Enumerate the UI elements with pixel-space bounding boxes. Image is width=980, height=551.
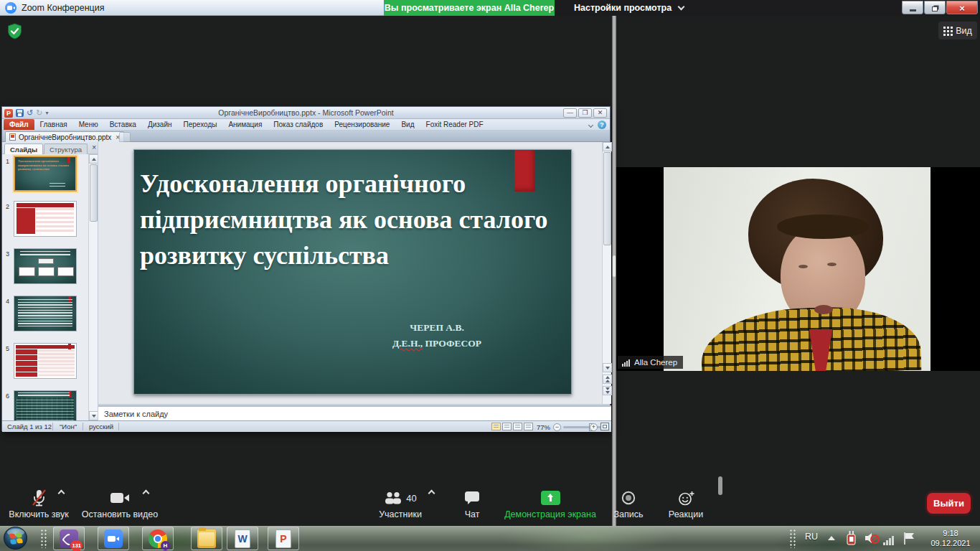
vertical-scrollbar[interactable] — [602, 142, 611, 404]
ribbon-tab-home[interactable]: Главная — [34, 119, 73, 130]
scroll-thumb[interactable] — [90, 164, 98, 222]
start-button[interactable] — [4, 527, 27, 550]
zoom-out-button[interactable]: − — [553, 423, 561, 431]
slide-canvas[interactable]: Удосконалення органічного підприємництва… — [133, 149, 572, 395]
participants-button[interactable]: 40 Участники — [370, 482, 430, 519]
taskbar-item-word[interactable]: W — [227, 527, 258, 550]
ribbon-collapse-icon[interactable] — [588, 123, 593, 128]
notes-pane[interactable]: Заметки к слайду — [98, 405, 611, 420]
scroll-down-button[interactable] — [603, 363, 612, 372]
scroll-up-button[interactable] — [89, 154, 98, 164]
next-slide-button[interactable] — [603, 386, 612, 395]
ppt-titlebar: ОрганічнеВиробництво.pptx - Microsoft Po… — [2, 107, 610, 119]
zoom-percent: 77% — [537, 423, 550, 431]
panel-tab-slides[interactable]: Слайды — [4, 143, 43, 154]
undo-icon[interactable]: ↺ — [27, 108, 33, 118]
scroll-thumb[interactable] — [603, 152, 611, 245]
record-button[interactable]: Запись — [604, 482, 653, 519]
taskbar-item-explorer[interactable] — [191, 527, 222, 550]
tray-power-icon[interactable] — [845, 530, 858, 546]
minimize-button[interactable] — [902, 1, 923, 14]
scroll-down-button[interactable] — [89, 411, 98, 420]
ribbon-tab-file[interactable]: Файл — [4, 119, 34, 130]
panel-close-button[interactable]: × — [92, 143, 96, 151]
ribbon-tab-slideshow[interactable]: Показ слайдов — [268, 119, 329, 130]
ppt-status-bar: Слайд 1 из 12 "Ион" русский 77% − + — [2, 420, 611, 432]
taskbar-grip[interactable] — [40, 529, 47, 548]
camera-icon — [110, 488, 130, 508]
status-theme[interactable]: "Ион" — [60, 423, 77, 430]
taskbar-item-zoom[interactable] — [98, 527, 129, 550]
viber-icon: 131 — [60, 529, 78, 548]
slide-title[interactable]: Удосконалення органічного підприємництва… — [140, 166, 555, 273]
view-normal-button[interactable] — [491, 423, 501, 430]
zoom-meeting-window: Zoom Конференция Вы просматриваете экран… — [0, 0, 980, 551]
security-shield-icon[interactable] — [7, 23, 22, 39]
chat-button[interactable]: Чат — [455, 482, 489, 519]
panel-tab-bar: Слайды Структура × — [2, 142, 98, 154]
maximize-button[interactable] — [924, 1, 946, 14]
panel-tab-outline[interactable]: Структура — [44, 143, 88, 154]
taskbar-item-chrome[interactable]: H — [142, 527, 174, 550]
tray-date: 09.12.2021 — [924, 538, 977, 548]
mute-button[interactable]: Включить звук — [6, 482, 72, 519]
zoom-in-button[interactable]: + — [590, 423, 598, 431]
slide-author[interactable]: ЧЕРЕП А.В. Д.Е.Н., ПРОФЕСОР — [372, 320, 501, 352]
view-reading-button[interactable] — [513, 423, 522, 430]
mic-muted-icon — [30, 488, 47, 508]
slide-thumbnail-6[interactable] — [14, 390, 77, 420]
slide-thumbnail-1[interactable]: Удосконалення органічного підприємництва… — [14, 156, 77, 192]
ppt-maximize-button[interactable]: ❐ — [578, 108, 592, 118]
reactions-button[interactable]: Реакции — [659, 482, 713, 519]
slide-thumbnail-4[interactable] — [14, 296, 77, 331]
status-language[interactable]: русский — [89, 423, 113, 430]
taskbar-item-viber[interactable]: 131 — [53, 527, 85, 550]
ppt-minimize-button[interactable]: — — [563, 108, 577, 118]
splitter-handle[interactable] — [613, 255, 616, 277]
ribbon-tab-view[interactable]: Вид — [395, 119, 420, 130]
leave-button[interactable]: Выйти — [927, 493, 971, 514]
slide-thumbnail-3[interactable] — [14, 248, 77, 284]
webcam-video[interactable] — [664, 167, 930, 371]
qat-dropdown-icon[interactable]: ▾ — [45, 110, 48, 116]
tray-network-icon[interactable] — [883, 532, 895, 545]
tray-volume-muted-icon[interactable] — [864, 532, 880, 545]
taskbar-item-powerpoint[interactable]: P — [268, 527, 299, 550]
tray-language[interactable]: RU — [805, 532, 818, 542]
view-button[interactable]: Вид — [938, 22, 977, 39]
view-slideshow-button[interactable] — [524, 423, 533, 430]
ribbon-tab-foxit[interactable]: Foxit Reader PDF — [420, 119, 489, 130]
save-icon[interactable] — [16, 109, 24, 117]
redo-icon[interactable]: ↻ — [36, 108, 42, 118]
slide-thumbnail-5[interactable] — [14, 343, 77, 379]
slide-thumbnail-2[interactable] — [14, 201, 77, 237]
slide-number: 6 — [6, 392, 9, 400]
ribbon-tab-menu[interactable]: Меню — [73, 119, 104, 130]
divider-handle[interactable] — [718, 476, 722, 495]
share-button[interactable]: Демонстрация экрана — [494, 482, 607, 519]
scroll-up-button[interactable] — [603, 142, 612, 151]
new-tab-ghost[interactable] — [119, 132, 131, 142]
slide-number: 4 — [6, 298, 9, 305]
ribbon-tab-transitions[interactable]: Переходы — [178, 119, 223, 130]
chat-icon — [464, 488, 480, 508]
view-sorter-button[interactable] — [502, 423, 512, 430]
document-tab[interactable]: ОрганічнеВиробництво.pptx × — [5, 131, 124, 142]
fit-window-button[interactable] — [600, 423, 609, 430]
close-button[interactable]: × — [946, 1, 978, 14]
tray-expand-icon[interactable] — [828, 536, 835, 540]
previous-slide-button[interactable] — [603, 375, 612, 384]
help-button[interactable]: ? — [598, 121, 606, 129]
ppt-app-icon[interactable]: P — [4, 109, 13, 118]
ribbon-tab-insert[interactable]: Вставка — [104, 119, 142, 130]
ribbon-tab-design[interactable]: Дизайн — [142, 119, 178, 130]
tray-flag-icon[interactable] — [903, 531, 917, 545]
ppt-close-button[interactable]: ✕ — [593, 108, 607, 118]
view-settings-button[interactable]: Настройки просмотра — [574, 0, 684, 16]
video-button[interactable]: Остановить видео — [80, 482, 159, 519]
panel-scrollbar[interactable] — [88, 154, 98, 420]
tray-clock[interactable]: 9:18 09.12.2021 — [924, 528, 977, 548]
ribbon-tab-animation[interactable]: Анимация — [222, 119, 268, 130]
tray-grip[interactable] — [789, 529, 796, 548]
ribbon-tab-review[interactable]: Рецензирование — [329, 119, 395, 130]
